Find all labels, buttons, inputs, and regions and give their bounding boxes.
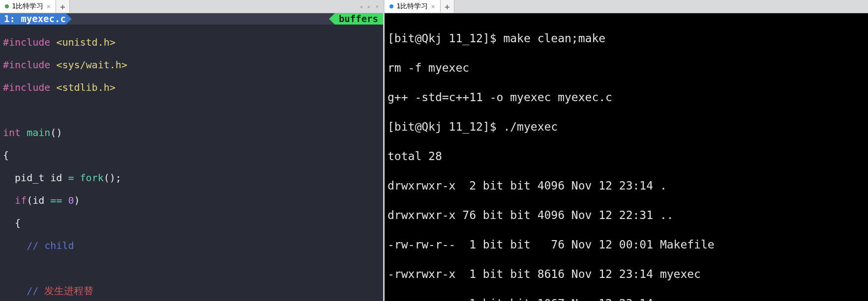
- terminal-body[interactable]: [bit@Qkj 11_12]$ make clean;make rm -f m…: [385, 13, 868, 301]
- paren-close: ): [74, 194, 80, 206]
- include-path: <sys/wait.h>: [56, 59, 127, 71]
- new-tab-button[interactable]: +: [56, 0, 70, 13]
- preproc-include: #include: [3, 59, 56, 71]
- tab-title: 1比特学习: [12, 2, 43, 11]
- include-path: <unistd.h>: [56, 36, 115, 48]
- term-line: -rwxrwxr-x 1 bit bit 8616 Nov 12 23:14 m…: [388, 267, 865, 281]
- editor-tab[interactable]: 1比特学习 ×: [0, 0, 56, 13]
- close-icon[interactable]: ×: [46, 2, 50, 10]
- kw-int: int: [3, 127, 21, 138]
- num-zero: 0: [68, 194, 74, 206]
- paren-open: (: [27, 194, 32, 206]
- term-line: -rw-rw-r-- 1 bit bit 76 Nov 12 00:01 Mak…: [388, 237, 865, 252]
- op-eqeq: ==: [44, 194, 68, 206]
- term-line: drwxrwxr-x 2 bit bit 4096 Nov 12 23:14 .: [388, 178, 865, 193]
- tab-modified-dot-icon: [5, 4, 9, 8]
- tab-title: 1比特学习: [396, 2, 428, 11]
- kw-if: if: [15, 194, 27, 206]
- status-buffers[interactable]: buffers: [329, 13, 383, 25]
- code-body[interactable]: #include <unistd.h> #include <sys/wait.h…: [0, 25, 383, 301]
- terminal-tab[interactable]: 1比特学习 ×: [385, 0, 441, 13]
- editor-statusline: 1: myexec.c buffers: [0, 13, 383, 25]
- right-tabstrip: 1比特学习 × +: [385, 0, 868, 13]
- preproc-include: #include: [3, 36, 56, 48]
- term-line: [bit@Qkj 11_12]$ make clean;make: [388, 31, 865, 46]
- code-editor[interactable]: 1: myexec.c buffers #include <unistd.h> …: [0, 13, 383, 301]
- new-tab-button[interactable]: +: [441, 0, 454, 13]
- term-line: [bit@Qkj 11_12]$ ./myexec: [388, 119, 865, 134]
- term-line: total 28: [388, 149, 865, 164]
- comment-cn: // 发生进程替: [3, 285, 93, 297]
- brace: {: [3, 149, 9, 161]
- space: [74, 172, 80, 184]
- op-eq: =: [68, 172, 74, 184]
- term-line: g++ -std=c++11 -o myexec myexec.c: [388, 90, 865, 105]
- close-icon[interactable]: ×: [431, 2, 435, 10]
- include-path: <stdlib.h>: [56, 82, 115, 93]
- terminal-pane: 1比特学习 × + [bit@Qkj 11_12]$ make clean;ma…: [385, 0, 868, 301]
- tab-next-icon[interactable]: ▸: [367, 2, 371, 10]
- tab-arrows: ◂ ▸ ▾: [355, 0, 383, 13]
- plus-icon: +: [445, 1, 450, 12]
- plus-icon: +: [60, 1, 65, 12]
- term-line: -rw-rw-r-- 1 bit bit 1067 Nov 12 23:14 m…: [388, 296, 865, 301]
- tabstrip-spacer: [70, 0, 355, 13]
- term-line: drwxrwxr-x 76 bit bit 4096 Nov 12 22:31 …: [388, 208, 865, 222]
- status-filename: 1: myexec.c: [0, 13, 72, 25]
- fn-fork: fork: [80, 172, 104, 184]
- fork-tail: ();: [104, 172, 121, 184]
- fn-main: main: [27, 127, 50, 138]
- editor-pane: 1比特学习 × + ◂ ▸ ▾ 1: myexec.c buffers #inc…: [0, 0, 385, 301]
- comment-child: // child: [3, 240, 74, 251]
- tab-menu-icon[interactable]: ▾: [375, 2, 379, 10]
- tab-prev-icon[interactable]: ◂: [359, 2, 363, 10]
- preproc-include: #include: [3, 82, 56, 93]
- decl: pid_t id: [3, 172, 68, 184]
- brace: {: [3, 217, 21, 229]
- left-tabstrip: 1比特学习 × + ◂ ▸ ▾: [0, 0, 383, 13]
- var-id: id: [32, 194, 44, 206]
- parens: (): [50, 127, 62, 138]
- tab-active-dot-icon: [389, 4, 393, 8]
- term-line: rm -f myexec: [388, 60, 865, 75]
